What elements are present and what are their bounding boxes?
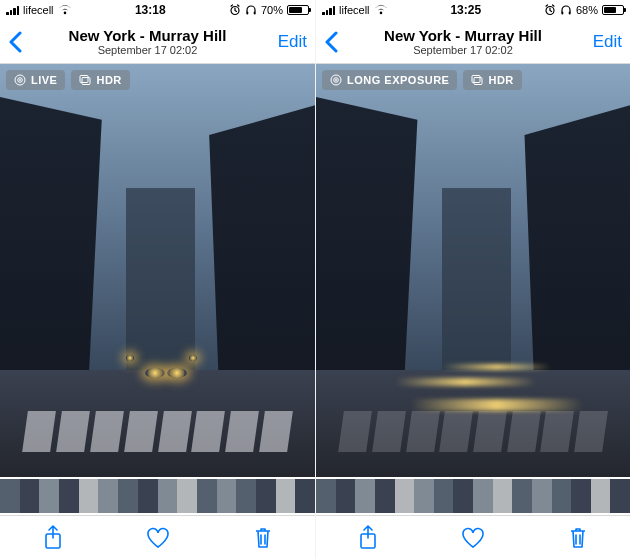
page-subtitle: September 17 02:02 xyxy=(348,44,578,57)
nav-bar: New York - Murray Hill September 17 02:0… xyxy=(316,20,630,64)
edit-button[interactable]: Edit xyxy=(578,32,622,52)
carrier-label: lifecell xyxy=(339,4,370,16)
share-button[interactable] xyxy=(0,516,105,559)
svg-rect-1 xyxy=(246,12,248,15)
live-badge[interactable]: LIVE xyxy=(6,70,65,90)
clock: 13:25 xyxy=(450,3,481,17)
status-bar: lifecell 13:18 70% xyxy=(0,0,315,20)
share-button[interactable] xyxy=(316,516,421,559)
alarm-icon xyxy=(544,4,556,16)
page-title: New York - Murray Hill xyxy=(348,27,578,44)
back-button[interactable] xyxy=(324,31,348,53)
screen-live: lifecell 13:18 70% New York - Murray Hil… xyxy=(0,0,315,559)
svg-rect-7 xyxy=(82,78,90,85)
hdr-badge-label: HDR xyxy=(488,74,513,86)
favorite-button[interactable] xyxy=(421,516,526,559)
photo-viewer[interactable]: LONG EXPOSURE HDR xyxy=(316,64,630,477)
svg-rect-11 xyxy=(569,12,571,15)
photo-viewer[interactable]: LIVE HDR xyxy=(0,64,315,477)
svg-point-14 xyxy=(335,79,337,81)
toolbar xyxy=(0,515,315,559)
signal-icon xyxy=(6,5,19,15)
favorite-button[interactable] xyxy=(105,516,210,559)
battery-pct: 68% xyxy=(576,4,598,16)
delete-button[interactable] xyxy=(525,516,630,559)
edit-button[interactable]: Edit xyxy=(263,32,307,52)
nav-bar: New York - Murray Hill September 17 02:0… xyxy=(0,20,315,64)
headphones-icon xyxy=(560,4,572,16)
wifi-icon xyxy=(58,5,72,15)
carrier-label: lifecell xyxy=(23,4,54,16)
delete-button[interactable] xyxy=(210,516,315,559)
wifi-icon xyxy=(374,5,388,15)
hdr-badge-label: HDR xyxy=(96,74,121,86)
clock: 13:18 xyxy=(135,3,166,17)
thumbnail-strip[interactable] xyxy=(0,477,315,515)
hdr-badge[interactable]: HDR xyxy=(71,70,129,90)
long-exposure-icon xyxy=(330,74,342,86)
live-icon xyxy=(14,74,26,86)
page-title: New York - Murray Hill xyxy=(32,27,263,44)
battery-icon xyxy=(602,5,624,15)
svg-rect-15 xyxy=(472,76,480,83)
hdr-icon xyxy=(471,74,483,86)
screen-long-exposure: lifecell 13:25 68% New York - Murray Hil… xyxy=(315,0,630,559)
live-badge-label: LIVE xyxy=(31,74,57,86)
svg-rect-10 xyxy=(561,12,563,15)
back-button[interactable] xyxy=(8,31,32,53)
signal-icon xyxy=(322,5,335,15)
hdr-badge[interactable]: HDR xyxy=(463,70,521,90)
long-exposure-badge-label: LONG EXPOSURE xyxy=(347,74,449,86)
page-subtitle: September 17 02:02 xyxy=(32,44,263,57)
hdr-icon xyxy=(79,74,91,86)
thumbnail-strip[interactable] xyxy=(316,477,630,515)
alarm-icon xyxy=(229,4,241,16)
svg-rect-2 xyxy=(254,12,256,15)
headphones-icon xyxy=(245,4,257,16)
long-exposure-badge[interactable]: LONG EXPOSURE xyxy=(322,70,457,90)
battery-icon xyxy=(287,5,309,15)
battery-pct: 70% xyxy=(261,4,283,16)
status-bar: lifecell 13:25 68% xyxy=(316,0,630,20)
svg-rect-16 xyxy=(474,78,482,85)
svg-rect-6 xyxy=(80,76,88,83)
svg-point-5 xyxy=(19,79,21,81)
toolbar xyxy=(316,515,630,559)
